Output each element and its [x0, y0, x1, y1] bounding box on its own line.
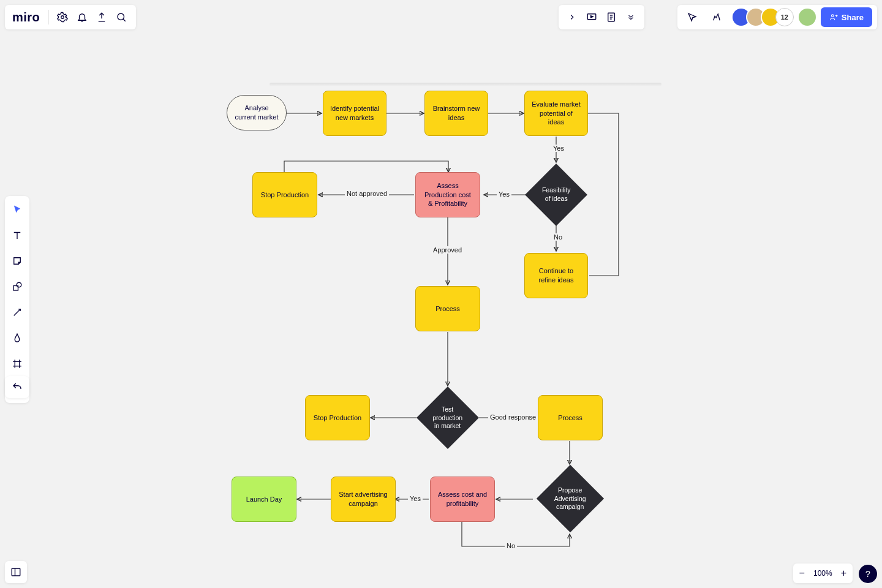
svg-point-22	[831, 15, 834, 17]
avatar-overflow-count[interactable]: 12	[775, 8, 794, 26]
node-label: Identify potential new markets	[330, 104, 380, 123]
sticky-tool[interactable]	[7, 251, 27, 271]
pen-tool[interactable]	[7, 328, 27, 348]
share-label: Share	[842, 13, 864, 22]
node-refine-ideas[interactable]: Continue to refine ideas	[524, 253, 588, 298]
edge-label-yes: Yes	[408, 495, 423, 502]
avatar-current-user[interactable]	[799, 9, 816, 26]
line-tool[interactable]	[7, 303, 27, 322]
select-tool[interactable]	[7, 200, 27, 219]
edge-label-yes: Yes	[551, 145, 566, 152]
node-analyse-market[interactable]: Analyse current market	[227, 95, 287, 130]
zoom-control: − 100% +	[793, 564, 853, 583]
node-label: Test production in market	[432, 405, 464, 431]
minimap-button[interactable]	[5, 561, 27, 583]
node-test-market[interactable]: Test production in market	[417, 386, 479, 449]
node-label: Assess Production cost & Profitability	[422, 181, 473, 209]
node-process-1[interactable]: Process	[415, 286, 480, 331]
node-label: Propose Advertising campaign	[552, 486, 588, 511]
frame-shadow	[270, 83, 662, 86]
canvas[interactable]: Analyse current market Identify potentia…	[0, 0, 882, 588]
divider	[48, 10, 49, 24]
avatar-stack[interactable]: 12	[731, 7, 794, 27]
text-tool[interactable]	[7, 225, 27, 245]
topbar-right: 12 Share	[677, 5, 877, 29]
node-stop-production-2[interactable]: Stop Production	[305, 395, 370, 440]
node-label: Stop Production	[314, 413, 361, 423]
zoom-in-button[interactable]: +	[841, 568, 846, 578]
reactions-icon[interactable]	[707, 7, 726, 27]
node-label: Process	[435, 304, 460, 314]
settings-icon[interactable]	[53, 7, 72, 27]
node-launch-day[interactable]: Launch Day	[232, 477, 296, 522]
chevrons-down-icon[interactable]	[621, 7, 641, 27]
edge-label-approved: Approved	[431, 246, 464, 254]
node-label: Launch Day	[246, 495, 282, 504]
export-icon[interactable]	[92, 7, 111, 27]
topbar-mid	[559, 5, 644, 29]
node-feasibility[interactable]: Feasibility of ideas	[525, 164, 587, 226]
tool-sidebar	[5, 196, 29, 403]
svg-point-16	[118, 13, 124, 20]
zoom-out-button[interactable]: −	[799, 568, 805, 578]
node-propose-advertising[interactable]: Propose Advertising campaign	[537, 465, 604, 532]
cursor-icon[interactable]	[682, 7, 702, 27]
node-label: Assess cost and profitability	[437, 490, 488, 508]
node-brainstorm-ideas[interactable]: Brainstorm new ideas	[424, 91, 488, 136]
frame-tool[interactable]	[7, 354, 27, 374]
node-label: Brainstorm new ideas	[431, 104, 481, 123]
share-button[interactable]: Share	[821, 7, 872, 27]
node-label: Process	[558, 413, 582, 423]
bell-icon[interactable]	[72, 7, 92, 27]
node-evaluate-market[interactable]: Evaluate market potential of ideas	[524, 91, 588, 136]
notes-icon[interactable]	[601, 7, 621, 27]
logo[interactable]: miro	[12, 10, 40, 24]
shape-tool[interactable]	[7, 277, 27, 296]
node-assess-cost-2[interactable]: Assess cost and profitability	[430, 477, 495, 522]
edge-label-no: No	[505, 542, 517, 549]
node-stop-production-1[interactable]: Stop Production	[252, 172, 317, 217]
edge-label-good-response: Good response	[488, 413, 538, 421]
node-start-advertising[interactable]: Start advertising campaign	[331, 477, 396, 522]
node-label: Evaluate market potential of ideas	[531, 100, 581, 127]
svg-point-24	[17, 282, 21, 287]
present-icon[interactable]	[582, 7, 601, 27]
svg-point-15	[61, 16, 64, 19]
svg-rect-29	[12, 568, 20, 576]
edge-label-no: No	[552, 233, 564, 241]
node-label: Start advertising campaign	[337, 490, 389, 508]
search-icon[interactable]	[111, 7, 131, 27]
node-assess-production[interactable]: Assess Production cost & Profitability	[415, 172, 480, 217]
help-button[interactable]: ?	[859, 565, 877, 583]
node-label: Analyse current market	[233, 104, 280, 122]
node-identify-markets[interactable]: Identify potential new markets	[323, 91, 386, 136]
node-label: Continue to refine ideas	[531, 266, 581, 285]
topbar-left: miro	[5, 5, 136, 29]
edge-label-yes: Yes	[497, 190, 511, 198]
zoom-level[interactable]: 100%	[813, 569, 832, 578]
node-label: Feasibility of ideas	[540, 186, 572, 203]
chevron-right-icon[interactable]	[562, 7, 582, 27]
undo-button[interactable]	[5, 376, 29, 398]
node-label: Stop Production	[261, 190, 309, 200]
node-process-2[interactable]: Process	[538, 395, 603, 440]
edge-label-not-approved: Not approved	[345, 190, 389, 197]
